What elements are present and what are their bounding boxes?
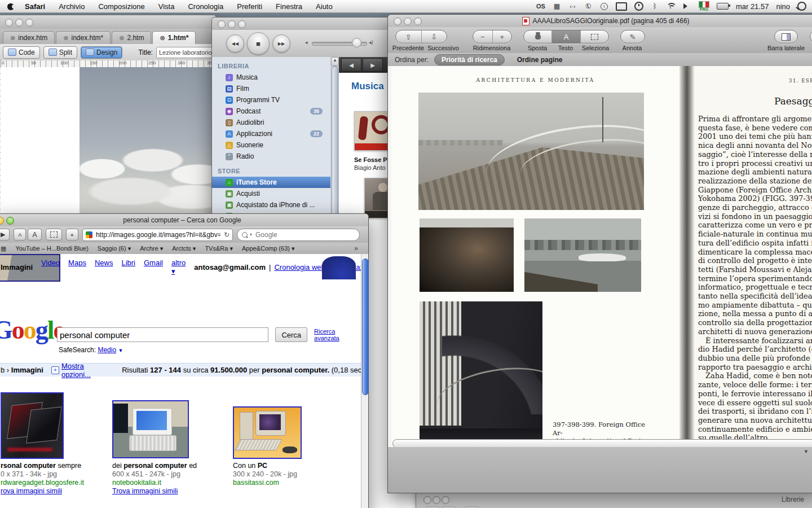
zoom-out-button[interactable]: − bbox=[473, 30, 493, 43]
design-view-button[interactable]: Design bbox=[81, 46, 122, 59]
editor-tab[interactable]: ⊗ 1.htm* bbox=[152, 31, 196, 44]
minimize-button[interactable] bbox=[228, 20, 236, 28]
menu-item[interactable]: Aiuto bbox=[309, 2, 339, 11]
editor-tab[interactable]: ⊗ 2.htm bbox=[112, 31, 151, 44]
previous-track-button[interactable]: ◀◀ bbox=[226, 34, 244, 52]
top-sites-icon[interactable]: ▦ bbox=[1, 245, 6, 252]
apple-menu-icon[interactable] bbox=[7, 2, 15, 10]
zoom-button[interactable] bbox=[414, 17, 422, 25]
bookmark-item[interactable]: Saggio (6) ▾ bbox=[98, 245, 131, 252]
result-image-2[interactable] bbox=[112, 400, 189, 458]
zoom-button[interactable] bbox=[25, 19, 33, 27]
sidebar-item-programmi-tv[interactable]: ⊡Programmi TV bbox=[212, 94, 330, 106]
expand-options-icon[interactable]: + bbox=[51, 366, 59, 374]
sidebar-item-musica[interactable]: ♪Musica bbox=[212, 72, 330, 83]
reload-icon[interactable]: ↻ bbox=[224, 231, 230, 239]
bookmark-item[interactable]: TVs&Ra ▾ bbox=[205, 245, 233, 252]
minimize-button[interactable] bbox=[433, 496, 440, 504]
menu-item[interactable]: Cronologia bbox=[181, 2, 230, 11]
sidebar-item-itunes-store[interactable]: ⌂iTunes Store bbox=[212, 177, 330, 188]
split-view-button[interactable]: Split bbox=[43, 46, 77, 59]
menu-item[interactable]: Composizione bbox=[91, 2, 151, 11]
sidebar-item-acquisti[interactable]: ▣Acquisti bbox=[212, 188, 330, 199]
language-flag-icon[interactable]: PRO bbox=[699, 2, 709, 11]
bookmarks-overflow-chevron[interactable]: » bbox=[354, 244, 368, 252]
new-tab-button[interactable]: + bbox=[66, 229, 78, 240]
google-nav-link[interactable]: altro ▾ bbox=[171, 259, 186, 275]
result-image-3[interactable] bbox=[233, 406, 302, 459]
pdf-page-area[interactable]: ARCHITETTURA E MODERNITÀ 397-398-399. Fo… bbox=[388, 66, 812, 476]
sidebar-item-audiolibri[interactable]: ▯Audiolibri bbox=[212, 117, 330, 128]
sync-alert-icon[interactable]: ! bbox=[600, 2, 608, 11]
url-input[interactable] bbox=[95, 230, 222, 239]
google-query-input[interactable] bbox=[57, 327, 268, 342]
zoom-in-button[interactable]: + bbox=[493, 30, 512, 43]
battery-icon[interactable] bbox=[717, 2, 729, 11]
sidebar-item-podcast[interactable]: ◉Podcast35 bbox=[212, 106, 330, 117]
previous-page-button[interactable]: ⇧ bbox=[396, 30, 422, 43]
time-machine-icon[interactable] bbox=[634, 2, 643, 11]
close-tab-icon[interactable]: ⊗ bbox=[63, 34, 68, 42]
menu-item[interactable]: Archivio bbox=[52, 2, 91, 11]
bookmark-item[interactable]: Arctcts ▾ bbox=[172, 245, 196, 252]
cerca-button[interactable]: Cerca bbox=[275, 327, 307, 342]
scrollbar-thumb[interactable] bbox=[332, 66, 338, 220]
pdf-titlebar[interactable]: AAAALibroSAGGIOoriginale.pdf (pagina 405… bbox=[388, 15, 812, 27]
google-nav-link[interactable]: Libri bbox=[121, 259, 135, 275]
fast-user-switch[interactable]: nino bbox=[776, 2, 790, 11]
result-image-1[interactable] bbox=[1, 392, 64, 459]
sort-page-order-button[interactable]: Ordine pagine bbox=[517, 56, 563, 64]
decrease-font-button[interactable]: A bbox=[14, 229, 26, 240]
safesearch-level-link[interactable]: Medio bbox=[98, 346, 116, 354]
similar-images-link[interactable]: Trova immagini simili bbox=[112, 487, 178, 495]
close-button[interactable] bbox=[5, 19, 13, 27]
scroll-down-arrow[interactable]: ▼ bbox=[804, 449, 809, 454]
minimize-button[interactable] bbox=[15, 19, 23, 27]
google-nav-link[interactable]: Gmail bbox=[144, 259, 163, 275]
editor-tab[interactable]: ⊗ index.htm* bbox=[56, 31, 111, 44]
store-forward-button[interactable]: ▶ bbox=[363, 58, 383, 72]
close-button[interactable] bbox=[218, 20, 226, 28]
sidebar-item-suonerie[interactable]: △Suonerie bbox=[212, 139, 330, 151]
code-status-icon[interactable]: ‹·› bbox=[568, 2, 577, 11]
menu-clock[interactable]: mar 21.57 bbox=[736, 2, 769, 11]
show-options-link[interactable]: Mostra opzioni... bbox=[61, 362, 115, 379]
volume-knob[interactable] bbox=[352, 38, 361, 47]
scrollbar-thumb[interactable] bbox=[362, 259, 369, 395]
text-tool-button[interactable]: A bbox=[552, 30, 580, 43]
move-tool-button[interactable] bbox=[524, 30, 552, 43]
editor-tab[interactable]: ⊗ index.htm bbox=[3, 31, 55, 44]
grid-status-icon[interactable]: ▦ bbox=[553, 2, 561, 11]
annotate-button[interactable]: ✎ bbox=[621, 30, 645, 43]
minimize-button[interactable] bbox=[404, 17, 412, 25]
web-history-link[interactable]: Cronologia web bbox=[274, 263, 325, 271]
store-back-button[interactable]: ◀ bbox=[341, 58, 361, 72]
sidebar-toggle-button[interactable] bbox=[775, 30, 797, 43]
zoom-button[interactable] bbox=[238, 20, 246, 28]
scroll-up-arrow[interactable]: ▲ bbox=[331, 57, 339, 66]
safari-titlebar[interactable]: personal computer – Cerca con Google bbox=[0, 214, 368, 226]
minimize-button[interactable] bbox=[0, 217, 4, 225]
close-button[interactable] bbox=[394, 17, 401, 25]
zoom-button[interactable] bbox=[442, 496, 449, 504]
google-nav-link[interactable]: News bbox=[95, 259, 113, 275]
advanced-search-link[interactable]: Ricerca avanzata bbox=[314, 328, 361, 341]
select-tool-button[interactable] bbox=[581, 30, 608, 43]
close-tab-icon[interactable]: ⊗ bbox=[160, 34, 165, 42]
google-nav-link[interactable]: Video bbox=[41, 259, 60, 275]
search-field[interactable]: ▾ bbox=[237, 229, 360, 241]
album1-artist[interactable]: Biagio Anto bbox=[354, 164, 386, 171]
menu-item[interactable]: Safari bbox=[23, 2, 52, 11]
wifi-icon[interactable] bbox=[667, 2, 676, 11]
clouds-photo[interactable] bbox=[80, 67, 222, 231]
menu-item[interactable]: Preferiti bbox=[230, 2, 269, 11]
album-cover-1[interactable] bbox=[354, 111, 390, 151]
close-tab-icon[interactable]: ⊗ bbox=[119, 34, 124, 42]
bookmark-item[interactable]: YouTube – H...Bondi Blue) bbox=[15, 245, 88, 252]
zoom-button[interactable] bbox=[6, 217, 14, 225]
forward-button[interactable]: ▶ bbox=[0, 229, 10, 240]
bookmark-item[interactable]: Archre ▾ bbox=[140, 245, 163, 252]
safari-scrollbar[interactable] bbox=[361, 254, 368, 508]
sort-priority-button[interactable]: Priorità di ricerca bbox=[434, 54, 505, 65]
sidebar-item-acquistato-iphone[interactable]: ▣Acquistato da iPhone di ... bbox=[212, 199, 330, 211]
